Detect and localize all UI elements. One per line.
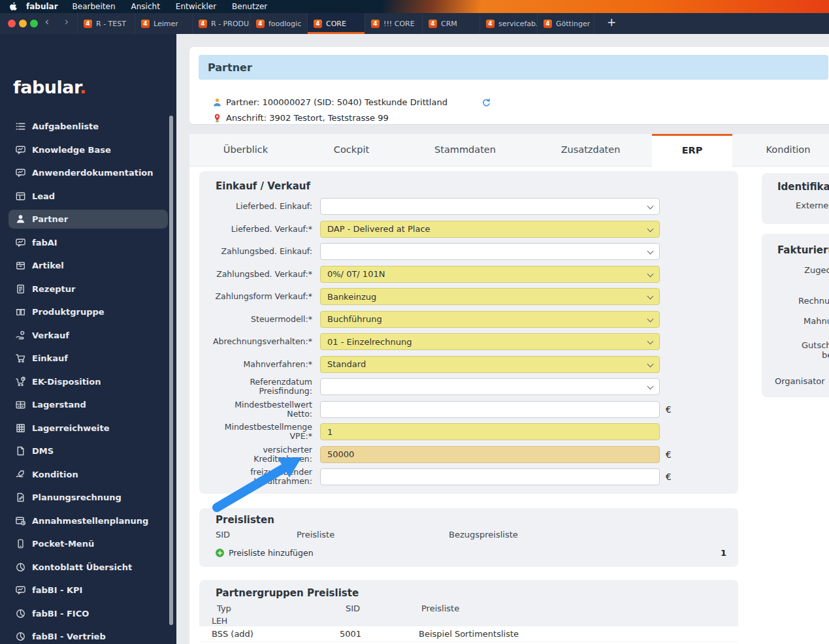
field-label: MindestbestellmengeVPE:* [208, 423, 312, 441]
input-freizugebender-kreditrahmen[interactable] [320, 468, 660, 485]
sidebar-item-lead[interactable]: Lead [8, 187, 168, 206]
chevron-down-icon [647, 225, 654, 232]
input-mindestbestellwert-netto[interactable] [320, 401, 660, 418]
sidebar-item-einkauf[interactable]: Einkauf [8, 349, 168, 368]
sidebar-item-label: Partner [32, 214, 68, 224]
browser-tab-foodlogic[interactable]: 4foodlogic [250, 13, 307, 34]
select-zahlungsform-verkauf[interactable]: Bankeinzug [320, 288, 660, 305]
zoom-window-button[interactable] [30, 20, 38, 27]
menu-item-benutzer[interactable]: Benutzer [232, 2, 267, 11]
select-zahlungsbed-einkauf[interactable] [320, 243, 660, 260]
sidebar-item-label: Lagerreichweite [32, 423, 110, 433]
sidebar-item-verkauf[interactable]: Verkauf [8, 326, 168, 345]
field-label: Organisator [775, 376, 825, 386]
menu-app-name[interactable]: fabular [26, 2, 58, 11]
tab-cockpit[interactable]: Cockpit [302, 134, 401, 167]
column-header-preisliste: Preisliste [421, 604, 459, 613]
tab-stammdaten[interactable]: Stammdaten [401, 134, 529, 167]
tab-bar: ÜberblickCockpitStammdatenZusatzdatenERP… [189, 134, 829, 167]
browser-tab-label: CRM [441, 20, 457, 28]
chart-donut-icon [15, 562, 26, 573]
sidebar-item-fabbi-fico[interactable]: fabBI - FICO [8, 604, 168, 623]
sidebar-item-lagerreichweite[interactable]: Lagerreichweite [8, 419, 168, 438]
sidebar-item-label: Einkauf [32, 353, 68, 363]
browser-tab-crm[interactable]: 4CRM [422, 13, 480, 34]
favicon-icon: 4 [84, 20, 92, 28]
minimize-window-button[interactable] [19, 20, 27, 27]
browser-tab-r-produ[interactable]: 4R - PRODU... [192, 13, 250, 34]
field-label: Lieferbed. Verkauf:* [208, 225, 312, 234]
menu-item-ansicht[interactable]: Ansicht [131, 2, 160, 11]
sidebar-item-produktgruppe[interactable]: Produktgruppe [8, 302, 168, 321]
menu-items: BearbeitenAnsichtEntwicklerBenutzer [73, 2, 268, 11]
partner-header-card: Partner Partner: 100000027 (SID: 5040) T… [189, 47, 829, 124]
sidebar-item-label: fabBI - KPI [32, 585, 82, 595]
browser-tab-göttinger[interactable]: 4Göttinger [537, 13, 594, 34]
new-tab-button[interactable]: + [604, 16, 619, 29]
sidebar-item-anwenderdokumentation[interactable]: Anwenderdokumentation [8, 163, 168, 182]
back-button[interactable]: ‹ [41, 15, 54, 28]
browser-tab-servicefab[interactable]: 4servicefab... [480, 13, 537, 34]
sidebar-item-aufgabenliste[interactable]: Aufgabenliste [8, 117, 168, 136]
tab-überblick[interactable]: Überblick [189, 134, 302, 167]
sidebar-item-kondition[interactable]: Kondition [8, 465, 168, 484]
field-value: 01 - Einzelrechnung [327, 337, 412, 347]
field-label: Lieferbed. Einkauf: [208, 202, 312, 211]
apple-icon[interactable] [9, 2, 17, 11]
sidebar-item-annahmestellenplanung[interactable]: Annahmestellenplanung [8, 511, 168, 530]
sidebar-item-fabai[interactable]: fabAI [8, 233, 168, 252]
select-lieferbed-verkauf[interactable]: DAP - Delivered at Place [320, 221, 660, 238]
currency-suffix: € [666, 472, 672, 482]
input-mindestbestellmenge-vpe[interactable]: 1 [320, 423, 660, 440]
sidebar-item-artikel[interactable]: Artikel [8, 256, 168, 275]
sidebar-item-partner[interactable]: Partner [8, 210, 168, 229]
select-mahnverfahren[interactable]: Standard [320, 356, 660, 373]
cart-icon [15, 353, 26, 364]
browser-tab-bar: ‹ › 4R - TEST4Leimer4R - PRODU...4foodlo… [0, 13, 829, 34]
sidebar-item-fabbi-kpi[interactable]: fabBI - KPI [8, 581, 168, 600]
sidebar-item-rezeptur[interactable]: Rezeptur [8, 280, 168, 298]
tab-erp[interactable]: ERP [652, 134, 732, 167]
browser-tab-label: servicefab... [498, 20, 537, 28]
sidebar-item-label: EK-Disposition [32, 377, 101, 387]
form-row-zahlungsbed-verkauf: Zahlungsbed. Verkauf:*0%/ 0T/ 101N [208, 266, 672, 283]
currency-suffix: € [666, 449, 672, 460]
sidebar-item-kontoblatt-übersicht[interactable]: Kontoblatt Übersicht [8, 558, 168, 577]
select-abrechnungsverhalten[interactable]: 01 - Einzelrechnung [320, 333, 660, 350]
select-lieferbed-einkauf[interactable] [320, 198, 660, 215]
input-versicherter-kreditrahmen[interactable]: 50000 [320, 446, 660, 463]
tab-zusatzdaten[interactable]: Zusatzdaten [529, 134, 652, 167]
forward-button[interactable]: › [60, 15, 73, 28]
menu-bar: fabular BearbeitenAnsichtEntwicklerBenut… [0, 0, 829, 13]
tab-label: Cockpit [334, 144, 369, 155]
select-zahlungsbed-verkauf[interactable]: 0%/ 0T/ 101N [320, 266, 660, 283]
browser-tab-r-test[interactable]: 4R - TEST [77, 13, 135, 34]
sidebar-scrollbar[interactable] [169, 116, 173, 625]
close-window-button[interactable] [8, 20, 16, 27]
add-preisliste-link[interactable]: + Preisliste hinzufügen [216, 548, 314, 558]
sidebar-item-pocket-menü[interactable]: Pocket-Menü [8, 534, 168, 553]
sidebar-item-knowledge-base[interactable]: Knowledge Base [8, 140, 168, 159]
sidebar-item-ek-disposition[interactable]: EK-Disposition [8, 372, 168, 391]
browser-tab-leimer[interactable]: 4Leimer [135, 13, 192, 34]
menu-item-entwickler[interactable]: Entwickler [176, 2, 216, 11]
tab-kondition[interactable]: Kondition [732, 134, 829, 167]
refresh-icon[interactable] [481, 98, 492, 108]
sidebar-item-planungsrechnung[interactable]: Planungsrechnung [8, 488, 168, 507]
columns-icon [15, 306, 26, 317]
sidebar-item-dms[interactable]: DMS [8, 442, 168, 460]
browser-tab-core[interactable]: 4!!! CORE [365, 13, 422, 34]
select-referenzdatum-preisfindung[interactable] [320, 378, 660, 395]
favicon-icon: 4 [141, 20, 150, 28]
sidebar-item-fabbi-vertrieb[interactable]: fabBI - Vertrieb [8, 627, 168, 644]
section-heading: Einkauf / Verkauf [216, 180, 310, 192]
table-row[interactable]: BSS (add)5001Beispiel Sortimentsliste [199, 626, 738, 641]
field-label: Zahlungsbed. Einkauf: [208, 247, 312, 256]
select-steuermodell[interactable]: Buchführung [320, 311, 660, 328]
sidebar-item-lagerstand[interactable]: Lagerstand [8, 395, 168, 414]
favicon-icon: 4 [314, 20, 322, 28]
browser-tab-core[interactable]: 4CORE [307, 13, 365, 34]
sidebar-item-label: Kontoblatt Übersicht [32, 562, 132, 572]
field-value: 0%/ 0T/ 101N [327, 269, 385, 279]
menu-item-bearbeiten[interactable]: Bearbeiten [73, 2, 116, 11]
